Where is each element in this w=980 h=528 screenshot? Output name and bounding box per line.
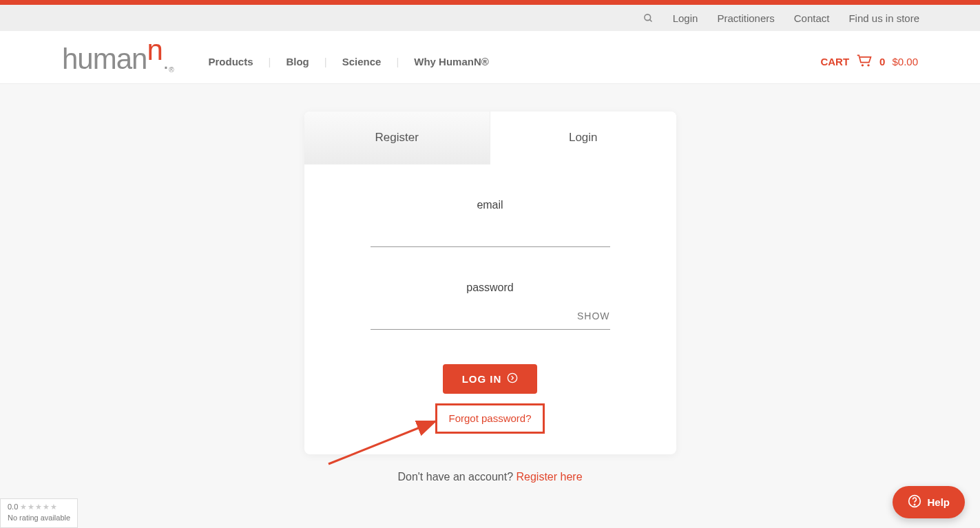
register-here-link[interactable]: Register here bbox=[517, 471, 583, 483]
nav-contact[interactable]: Contact bbox=[794, 12, 830, 24]
show-password-button[interactable]: SHOW bbox=[577, 310, 610, 321]
nav-separator: | bbox=[324, 56, 327, 67]
password-label: password bbox=[371, 282, 610, 294]
logo-n: n bbox=[147, 34, 163, 67]
nav-separator: | bbox=[396, 56, 399, 67]
main-header: humann.® Products | Blog | Science | Why… bbox=[0, 31, 980, 84]
reviews-text: No rating available bbox=[8, 513, 70, 523]
login-button[interactable]: LOG IN bbox=[443, 364, 538, 394]
forgot-password-link[interactable]: Forgot password? bbox=[448, 412, 531, 424]
cart-total: $0.00 bbox=[892, 56, 918, 67]
help-widget[interactable]: Help bbox=[893, 486, 965, 518]
svg-point-4 bbox=[508, 373, 517, 382]
help-icon bbox=[908, 494, 921, 510]
register-prompt-text: Don't have an account? bbox=[397, 471, 516, 483]
register-prompt: Don't have an account? Register here bbox=[304, 471, 676, 483]
reviews-rating: 0.0 bbox=[8, 503, 18, 511]
svg-point-0 bbox=[645, 14, 651, 20]
google-reviews-badge[interactable]: 0.0 ★★★★★ No rating available bbox=[0, 498, 78, 525]
page-content: Register Login email password SHOW bbox=[0, 84, 980, 525]
email-label: email bbox=[371, 199, 610, 211]
cart-count: 0 bbox=[879, 56, 885, 67]
nav-practitioners[interactable]: Practitioners bbox=[717, 12, 774, 24]
utility-nav: Login Practitioners Contact Find us in s… bbox=[0, 5, 980, 31]
auth-card: Register Login email password SHOW bbox=[304, 112, 676, 454]
logo[interactable]: humann.® bbox=[62, 41, 174, 74]
help-label: Help bbox=[927, 496, 950, 508]
cart-label: CART bbox=[820, 56, 849, 67]
arrow-circle-icon bbox=[507, 372, 518, 386]
search-icon[interactable] bbox=[643, 13, 654, 23]
password-input[interactable] bbox=[371, 306, 610, 330]
svg-point-8 bbox=[915, 504, 915, 505]
svg-point-3 bbox=[867, 64, 869, 66]
cart-button[interactable]: CART 0 $0.00 bbox=[820, 54, 918, 70]
nav-products[interactable]: Products bbox=[209, 56, 253, 67]
cart-icon bbox=[856, 54, 873, 70]
logo-dot: . bbox=[163, 50, 169, 74]
tab-login[interactable]: Login bbox=[490, 112, 676, 165]
email-input[interactable] bbox=[371, 224, 610, 247]
star-icons: ★★★★★ bbox=[20, 503, 58, 511]
nav-login[interactable]: Login bbox=[673, 12, 698, 24]
nav-science[interactable]: Science bbox=[342, 56, 382, 67]
nav-find-store[interactable]: Find us in store bbox=[848, 12, 919, 24]
logo-reg: ® bbox=[169, 66, 174, 74]
forgot-password-highlight: Forgot password? bbox=[435, 403, 544, 434]
nav-why-humann[interactable]: Why HumanN® bbox=[414, 56, 489, 67]
auth-tabs: Register Login bbox=[304, 112, 676, 165]
svg-point-2 bbox=[862, 64, 864, 66]
tab-register[interactable]: Register bbox=[304, 112, 491, 165]
brand-top-bar bbox=[0, 0, 980, 5]
main-nav: Products | Blog | Science | Why HumanN® bbox=[209, 56, 489, 67]
logo-base: human bbox=[62, 45, 147, 74]
svg-line-1 bbox=[649, 19, 651, 21]
nav-blog[interactable]: Blog bbox=[286, 56, 309, 67]
nav-separator: | bbox=[269, 56, 271, 67]
login-form: email password SHOW LOG IN bbox=[304, 165, 676, 454]
login-button-label: LOG IN bbox=[462, 373, 502, 385]
